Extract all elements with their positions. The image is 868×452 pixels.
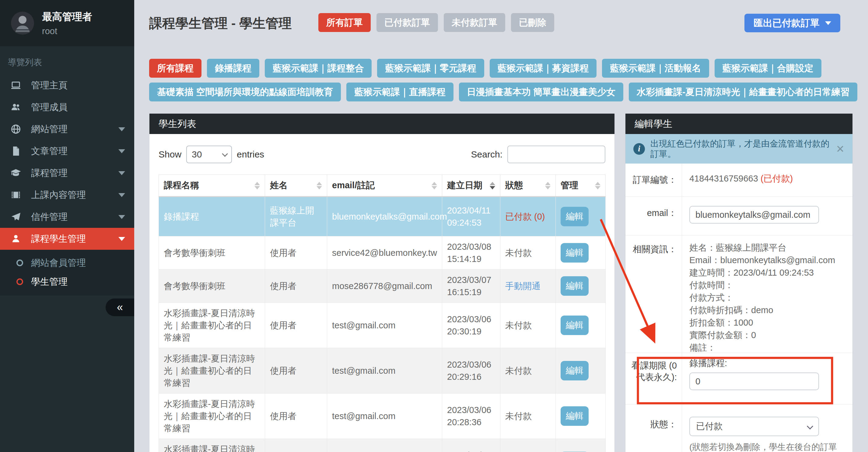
sidebar-subitem-site-members[interactable]: 網站會員管理 bbox=[0, 253, 134, 272]
cell-date: 2023/03/06 20:28:12 bbox=[442, 439, 500, 452]
nav-section-label: 導覽列表 bbox=[0, 46, 134, 74]
cell-manage: 編輯 bbox=[556, 394, 606, 439]
export-paid-orders-button[interactable]: 匯出已付款訂單 bbox=[744, 14, 840, 32]
view-period-input[interactable] bbox=[689, 372, 819, 390]
column-header-email[interactable]: email/註記 bbox=[327, 175, 442, 197]
order-filter-group: 所有訂單 已付款訂單 未付款訂單 已刪除 bbox=[318, 13, 554, 32]
cell-email: test@gmail.com bbox=[327, 439, 442, 452]
edit-button[interactable]: 編輯 bbox=[561, 315, 589, 335]
filter-deleted-orders-button[interactable]: 已刪除 bbox=[511, 13, 554, 32]
column-header-course[interactable]: 課程名稱 bbox=[159, 175, 265, 197]
alert-text: 出現紅色已付款的訂單，才是由金流管道付款的訂單。 bbox=[650, 139, 831, 159]
info-alert: i 出現紅色已付款的訂單，才是由金流管道付款的訂單。 ✕ bbox=[625, 134, 852, 164]
status-badge: 手動開通 bbox=[500, 270, 556, 303]
course-filter-button[interactable]: 藍猴示範課｜零元課程 bbox=[377, 59, 484, 78]
course-filter-button[interactable]: 藍猴示範課｜活動報名 bbox=[602, 59, 709, 78]
cell-email: bluemonkeytalks@gmail.com bbox=[327, 197, 442, 236]
filter-unpaid-orders-button[interactable]: 未付款訂單 bbox=[444, 13, 505, 32]
table-row[interactable]: 水彩插畫課-夏日清涼時光｜給畫畫初心者的日常練習 使用者 test@gmail.… bbox=[159, 303, 606, 348]
column-header-date[interactable]: 建立日期 bbox=[442, 175, 500, 197]
student-list-panel-title: 學生列表 bbox=[149, 114, 615, 134]
info-line: 付款時間： bbox=[689, 279, 845, 291]
course-filter-button[interactable]: 藍猴示範課｜合購設定 bbox=[715, 59, 822, 78]
info-line: 備註： bbox=[689, 341, 845, 354]
sort-desc-icon bbox=[490, 182, 495, 190]
sidebar-item-mail[interactable]: 信件管理 bbox=[0, 206, 134, 228]
column-header-name[interactable]: 姓名 bbox=[265, 175, 327, 197]
sidebar-item-courses[interactable]: 課程管理 bbox=[0, 162, 134, 184]
cell-date: 2023/03/06 20:28:36 bbox=[442, 394, 500, 439]
page-size-select[interactable]: 30 bbox=[186, 146, 232, 163]
edit-button[interactable]: 編輯 bbox=[561, 361, 589, 380]
sidebar-submenu: 網站會員管理 學生管理 bbox=[0, 250, 134, 295]
filter-paid-orders-button[interactable]: 已付款訂單 bbox=[376, 13, 438, 32]
cell-course: 水彩插畫課-夏日清涼時光｜給畫畫初心者的日常練習 bbox=[159, 394, 265, 439]
circle-icon bbox=[17, 278, 23, 285]
column-header-status[interactable]: 狀態 bbox=[500, 175, 556, 197]
sidebar-item-members[interactable]: 管理成員 bbox=[0, 96, 134, 118]
user-info: 最高管理者 root bbox=[42, 10, 92, 36]
sidebar-item-label: 課程學生管理 bbox=[31, 233, 86, 245]
edit-button[interactable]: 編輯 bbox=[561, 243, 589, 262]
cell-course: 會考數學衝刺班 bbox=[159, 270, 265, 303]
user-role: root bbox=[42, 26, 92, 36]
table-row[interactable]: 會考數學衝刺班 使用者 mose286778@gmail.com 2023/03… bbox=[159, 270, 606, 303]
edit-button[interactable]: 編輯 bbox=[561, 207, 589, 226]
cell-date: 2023/04/11 09:24:53 bbox=[442, 197, 500, 236]
course-filter-button[interactable]: 基礎素描 空間場所與環境的點線面培訓教育 bbox=[149, 83, 341, 102]
cell-name: 藍猴線上開課平台 bbox=[265, 197, 327, 236]
table-row[interactable]: 會考數學衝刺班 使用者 service42@bluemonkey.tw 2023… bbox=[159, 236, 606, 270]
cell-name: 使用者 bbox=[265, 270, 327, 303]
status-select[interactable]: 已付款 bbox=[689, 417, 819, 436]
column-header-manage[interactable]: 管理 bbox=[556, 175, 606, 197]
sidebar-item-label: 上課內容管理 bbox=[31, 189, 86, 201]
edit-button[interactable]: 編輯 bbox=[561, 276, 589, 296]
sort-icon bbox=[595, 182, 600, 190]
cell-manage: 編輯 bbox=[556, 303, 606, 348]
sidebar: 最高管理者 root 導覽列表 管理主頁 管理成員 網站管理 bbox=[0, 0, 134, 452]
sidebar-item-dashboard[interactable]: 管理主頁 bbox=[0, 74, 134, 96]
sidebar-item-articles[interactable]: 文章管理 bbox=[0, 140, 134, 162]
table-row[interactable]: 錄播課程 藍猴線上開課平台 bluemonkeytalks@gmail.com … bbox=[159, 197, 606, 236]
info-line: 折扣金額：1000 bbox=[689, 316, 845, 329]
avatar-image bbox=[11, 11, 34, 35]
filter-all-orders-button[interactable]: 所有訂單 bbox=[318, 13, 371, 32]
order-number-label: 訂單編號： bbox=[625, 164, 682, 196]
chevron-down-icon bbox=[118, 149, 125, 153]
sidebar-item-label: 課程管理 bbox=[31, 167, 68, 179]
close-icon[interactable]: ✕ bbox=[836, 143, 845, 155]
table-row[interactable]: 水彩插畫課-夏日清涼時光｜給畫畫初心者的日常練習 使用者 test@gmail.… bbox=[159, 394, 606, 439]
paper-plane-icon bbox=[9, 211, 23, 222]
course-filter-button[interactable]: 藍猴示範課｜課程整合 bbox=[265, 59, 372, 78]
table-header-row: 課程名稱 姓名 email/註記 建立日期 狀態 管理 bbox=[159, 175, 606, 197]
order-number-row: 訂單編號： 41844316759663 (已付款) bbox=[625, 164, 852, 197]
email-field[interactable] bbox=[689, 206, 819, 224]
course-filter-button[interactable]: 所有課程 bbox=[149, 59, 202, 78]
course-filter-button[interactable]: 日漫插畫基本功 簡單畫出漫畫美少女 bbox=[459, 83, 623, 102]
chevron-down-icon bbox=[222, 151, 228, 157]
status-badge: 未付款 bbox=[500, 394, 556, 439]
sidebar-item-label: 文章管理 bbox=[31, 145, 68, 158]
course-filter-button[interactable]: 藍猴示範課｜直播課程 bbox=[346, 83, 453, 102]
edit-button[interactable]: 編輯 bbox=[561, 406, 589, 426]
status-badge: 未付款 bbox=[500, 348, 556, 394]
cell-date: 2023/03/08 15:14:19 bbox=[442, 236, 500, 270]
course-filter-button[interactable]: 錄播課程 bbox=[207, 59, 259, 78]
sidebar-subitem-student-management[interactable]: 學生管理 bbox=[0, 272, 134, 291]
sidebar-item-site[interactable]: 網站管理 bbox=[0, 118, 134, 140]
chevron-down-icon bbox=[118, 237, 125, 241]
sidebar-collapse-button[interactable]: « bbox=[105, 299, 134, 316]
sidebar-item-label: 信件管理 bbox=[31, 211, 68, 223]
users-icon bbox=[9, 102, 23, 113]
course-filter-button[interactable]: 水彩插畫課-夏日清涼時光｜給畫畫初心者的日常練習 bbox=[629, 83, 857, 102]
search-input[interactable] bbox=[507, 146, 606, 163]
sort-icon bbox=[432, 182, 437, 190]
table-row[interactable]: 水彩插畫課-夏日清涼時光｜給畫畫初心者的日常練習 使用者 test@gmail.… bbox=[159, 348, 606, 394]
cell-email: service42@bluemonkey.tw bbox=[327, 236, 442, 270]
sort-icon bbox=[545, 182, 551, 190]
sidebar-item-course-students[interactable]: 課程學生管理 bbox=[0, 228, 134, 250]
course-filter-button[interactable]: 藍猴示範課｜募資課程 bbox=[490, 59, 596, 78]
sidebar-item-course-content[interactable]: 上課內容管理 bbox=[0, 184, 134, 206]
table-row[interactable]: 水彩插畫課-夏日清涼時光｜給畫畫初心者的日常練習 使用者 test@gmail.… bbox=[159, 439, 606, 452]
cell-name: 使用者 bbox=[265, 394, 327, 439]
